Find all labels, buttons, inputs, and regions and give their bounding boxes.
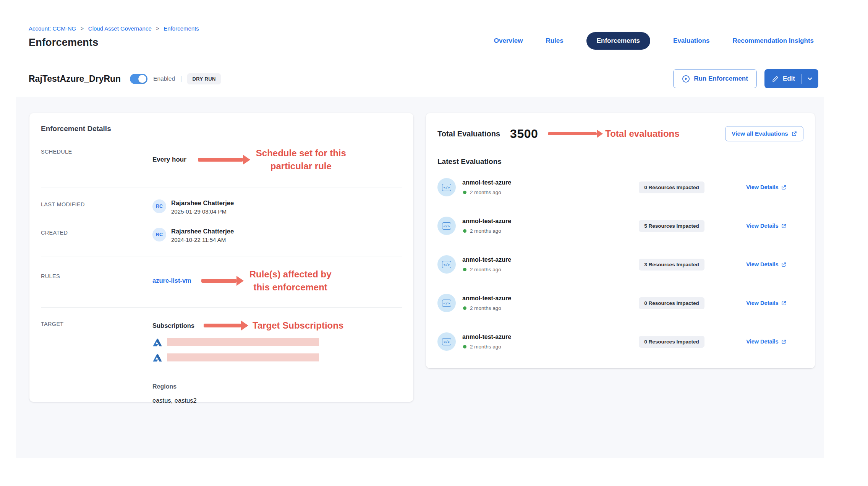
last-modified-label: LAST MODIFIED bbox=[41, 199, 152, 207]
tab-recommendation-insights[interactable]: Recommendation Insights bbox=[732, 37, 814, 45]
enforcement-details-card: Enforcement Details SCHEDULE Every hour … bbox=[29, 113, 413, 402]
subscription-item bbox=[152, 337, 402, 347]
evaluation-row: </> anmol-test-azure 2 months ago 0 Reso… bbox=[437, 332, 803, 351]
subscriptions-label: Subscriptions bbox=[152, 322, 194, 329]
enforcement-toolbar: RajTestAzure_DryRun Enabled | DRY RUN Ru… bbox=[29, 68, 818, 89]
resources-impacted-badge: 3 Resources Impacted bbox=[639, 259, 704, 271]
view-details-link[interactable]: View Details bbox=[746, 339, 786, 345]
target-annotation: Target Subscriptions bbox=[253, 319, 343, 332]
view-details-link[interactable]: View Details bbox=[746, 184, 786, 190]
view-all-label: View all Evaluations bbox=[732, 130, 788, 137]
evaluation-icon: </> bbox=[437, 217, 456, 235]
edit-button[interactable]: Edit bbox=[764, 75, 801, 83]
toolbar-separator: | bbox=[180, 75, 182, 83]
total-evaluations-label: Total Evaluations bbox=[437, 130, 500, 138]
evaluation-time: 2 months ago bbox=[470, 267, 501, 272]
subscription-item bbox=[152, 353, 402, 363]
avatar: RC bbox=[152, 199, 166, 213]
tab-rules[interactable]: Rules bbox=[546, 37, 563, 45]
edit-dropdown-button[interactable] bbox=[802, 76, 818, 82]
rule-link[interactable]: azure-list-vm bbox=[152, 277, 191, 284]
subscription-redacted bbox=[167, 353, 319, 361]
rules-annotation: Rule(s) affected by this enforcement bbox=[249, 268, 332, 293]
evaluation-time: 2 months ago bbox=[470, 344, 501, 350]
status-dot bbox=[463, 306, 466, 310]
annotation-arrow bbox=[204, 324, 241, 327]
external-link-icon bbox=[781, 185, 786, 190]
header-divider bbox=[16, 59, 824, 59]
azure-icon bbox=[152, 337, 162, 347]
details-card-title: Enforcement Details bbox=[41, 125, 402, 133]
pencil-icon bbox=[772, 75, 779, 83]
enforcement-name: RajTestAzure_DryRun bbox=[29, 74, 121, 84]
top-nav-tabs: Overview Rules Enforcements Evaluations … bbox=[494, 31, 814, 50]
evaluation-row: </> anmol-test-azure 2 months ago 0 Reso… bbox=[437, 178, 803, 196]
resources-impacted-badge: 5 Resources Impacted bbox=[639, 220, 704, 232]
external-link-icon bbox=[781, 339, 786, 344]
tab-overview[interactable]: Overview bbox=[494, 37, 523, 45]
created-row: CREATED RC Rajarshee Chatterjee 2024-10-… bbox=[41, 228, 402, 243]
external-link-icon bbox=[781, 224, 786, 228]
evaluation-name: anmol-test-azure bbox=[462, 256, 614, 263]
toggle-knob bbox=[138, 75, 146, 83]
enabled-label: Enabled bbox=[153, 75, 175, 82]
evaluation-time: 2 months ago bbox=[470, 305, 501, 311]
resources-impacted-badge: 0 Resources Impacted bbox=[639, 181, 704, 193]
enabled-toggle[interactable] bbox=[130, 74, 147, 84]
resources-impacted-badge: 0 Resources Impacted bbox=[639, 297, 704, 309]
status-dot bbox=[463, 268, 466, 271]
rules-row: RULES azure-list-vm Rule(s) affected by … bbox=[41, 256, 402, 308]
external-link-icon bbox=[781, 301, 786, 306]
evaluation-time: 2 months ago bbox=[470, 228, 501, 234]
last-modified-date: 2025-01-29 03:04 PM bbox=[171, 208, 234, 215]
view-details-link[interactable]: View Details bbox=[746, 223, 786, 229]
total-annotation: Total evaluations bbox=[605, 127, 679, 140]
view-details-label: View Details bbox=[746, 184, 778, 190]
audit-section: LAST MODIFIED RC Rajarshee Chatterjee 20… bbox=[41, 188, 402, 256]
annotation-text: particular rule bbox=[256, 160, 346, 173]
resources-impacted-badge: 0 Resources Impacted bbox=[639, 336, 704, 348]
view-details-label: View Details bbox=[746, 300, 778, 306]
view-details-label: View Details bbox=[746, 339, 778, 345]
schedule-annotation: Schedule set for this particular rule bbox=[256, 147, 346, 172]
view-details-link[interactable]: View Details bbox=[746, 261, 786, 267]
external-link-icon bbox=[781, 262, 786, 267]
play-icon bbox=[682, 75, 690, 83]
tab-evaluations[interactable]: Evaluations bbox=[673, 37, 709, 45]
annotation-text: Rule(s) affected by bbox=[249, 268, 332, 281]
evaluation-row: </> anmol-test-azure 2 months ago 0 Reso… bbox=[437, 294, 803, 312]
status-dot bbox=[463, 345, 466, 348]
annotation-text: Schedule set for this bbox=[256, 147, 346, 160]
breadcrumb-account-link[interactable]: Account: CCM-NG bbox=[29, 25, 76, 32]
run-enforcement-button[interactable]: Run Enforcement bbox=[673, 69, 757, 88]
last-modified-row: LAST MODIFIED RC Rajarshee Chatterjee 20… bbox=[41, 199, 402, 215]
target-label: TARGET bbox=[41, 319, 152, 327]
breadcrumb-section-link[interactable]: Cloud Asset Governance bbox=[88, 25, 152, 32]
created-label: CREATED bbox=[41, 228, 152, 236]
rules-label: RULES bbox=[41, 268, 152, 279]
view-details-link[interactable]: View Details bbox=[746, 300, 786, 306]
breadcrumb-separator-icon: > bbox=[81, 26, 84, 31]
page-title: Enforcements bbox=[29, 37, 98, 49]
tab-enforcements[interactable]: Enforcements bbox=[586, 32, 650, 50]
chevron-down-icon bbox=[807, 76, 813, 82]
evaluation-row: </> anmol-test-azure 2 months ago 5 Reso… bbox=[437, 217, 803, 235]
subscription-redacted bbox=[167, 338, 319, 346]
created-date: 2024-10-22 11:54 AM bbox=[171, 237, 234, 243]
evaluation-time: 2 months ago bbox=[470, 190, 501, 195]
run-enforcement-label: Run Enforcement bbox=[694, 75, 748, 83]
breadcrumb-page-link[interactable]: Enforcements bbox=[164, 25, 199, 32]
latest-evaluations-title: Latest Evaluations bbox=[437, 157, 803, 166]
total-evaluations-value: 3500 bbox=[510, 127, 538, 141]
view-details-label: View Details bbox=[746, 223, 778, 229]
schedule-row: SCHEDULE Every hour Schedule set for thi… bbox=[41, 147, 402, 188]
breadcrumb-separator-icon: > bbox=[156, 26, 159, 31]
schedule-label: SCHEDULE bbox=[41, 147, 152, 155]
evaluation-icon: </> bbox=[437, 294, 456, 312]
evaluations-card: Total Evaluations 3500 Total evaluations… bbox=[426, 113, 815, 368]
evaluation-name: anmol-test-azure bbox=[462, 295, 614, 302]
evaluation-name: anmol-test-azure bbox=[462, 179, 614, 186]
status-dot bbox=[463, 191, 466, 194]
status-dot bbox=[463, 229, 466, 233]
view-all-evaluations-button[interactable]: View all Evaluations bbox=[725, 126, 803, 141]
